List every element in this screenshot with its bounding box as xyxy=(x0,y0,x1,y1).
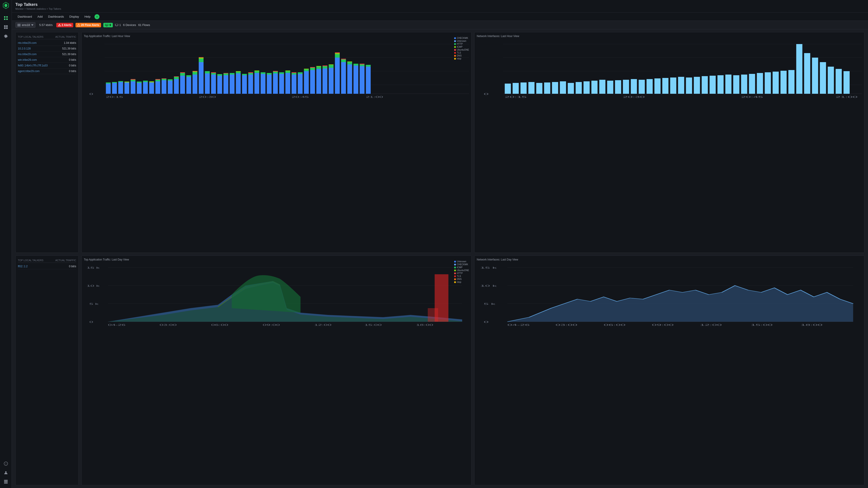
svg-rect-50 xyxy=(137,82,142,83)
svg-text:15 k: 15 k xyxy=(480,267,497,269)
svg-rect-136 xyxy=(335,53,340,54)
svg-rect-132 xyxy=(329,65,333,68)
svg-rect-43 xyxy=(118,81,123,82)
svg-rect-139 xyxy=(341,59,346,62)
talker-name[interactable]: 10.2.0.128 xyxy=(18,47,60,50)
nav-add[interactable]: Add xyxy=(35,13,45,20)
svg-rect-107 xyxy=(273,72,278,73)
svg-text:20:15: 20:15 xyxy=(505,96,527,98)
flow-alerts-button[interactable]: 20 Flow Alerts xyxy=(75,23,101,27)
svg-rect-166 xyxy=(536,83,542,94)
network-interfaces-hour-title: Network Interfaces: Last Hour View xyxy=(477,35,862,38)
svg-text:06:00: 06:00 xyxy=(604,324,626,326)
svg-rect-188 xyxy=(710,76,716,94)
svg-rect-62 xyxy=(168,79,173,80)
sidebar-item-settings[interactable] xyxy=(3,33,9,39)
app-logo[interactable] xyxy=(2,2,9,9)
talker-name[interactable]: ff02::1:2 xyxy=(18,265,67,268)
nav-dashboards[interactable]: Dashboards xyxy=(46,13,66,20)
talker-name[interactable]: fe80::14b4:c7ff:c7ff:1a33 xyxy=(18,64,67,67)
legend-item: TLS xyxy=(454,52,469,54)
svg-rect-93 xyxy=(236,71,241,72)
svg-rect-91 xyxy=(236,73,241,94)
legend-item: ICMP xyxy=(454,266,469,269)
sidebar: i xyxy=(0,0,12,488)
svg-text:18:00: 18:00 xyxy=(416,324,433,326)
svg-rect-80 xyxy=(205,71,210,73)
svg-rect-15 xyxy=(4,481,8,482)
svg-text:?: ? xyxy=(96,16,98,18)
devices-online-badge[interactable]: 9 xyxy=(103,23,113,27)
sidebar-item-info[interactable]: i xyxy=(3,460,9,467)
svg-rect-88 xyxy=(223,73,228,73)
svg-rect-118 xyxy=(298,72,303,74)
sidebar-item-grid[interactable] xyxy=(3,24,9,30)
talker-name[interactable]: nto.tribe29.com xyxy=(18,41,62,44)
svg-rect-138 xyxy=(341,62,346,94)
svg-rect-150 xyxy=(366,65,371,67)
svg-rect-114 xyxy=(291,74,296,94)
talker-name[interactable]: mo.tribe29.com xyxy=(18,53,60,56)
svg-rect-85 xyxy=(217,74,222,76)
svg-rect-130 xyxy=(322,66,327,66)
app-traffic-legend: CHECKMK Unknown HTTP ICMP UbuntuONE TLS … xyxy=(454,37,469,60)
svg-rect-119 xyxy=(304,71,309,94)
legend-label: HTTP xyxy=(457,43,463,45)
nav-dashboard[interactable]: Dashboard xyxy=(16,13,34,20)
legend-item: Unknown xyxy=(454,260,469,263)
svg-rect-163 xyxy=(513,83,519,94)
svg-rect-109 xyxy=(279,74,284,94)
app-traffic-day-title: Top Application Traffic: Last Day View xyxy=(84,258,469,261)
alerts-button[interactable]: 2 Alerts xyxy=(56,23,73,27)
svg-rect-122 xyxy=(310,70,315,94)
talker-value: 0 bit/s xyxy=(69,64,76,67)
talker-name[interactable]: agent.tribe29.com xyxy=(18,70,67,73)
interface-selector[interactable]: ens18 xyxy=(16,22,35,28)
svg-rect-56 xyxy=(155,80,160,81)
svg-rect-137 xyxy=(335,53,340,53)
svg-rect-126 xyxy=(316,67,321,69)
svg-text:20:15: 20:15 xyxy=(106,96,123,98)
table-row: ff02::1:2 0 bit/s xyxy=(18,264,76,269)
svg-text:0: 0 xyxy=(484,321,489,323)
svg-rect-200 xyxy=(804,53,810,94)
svg-rect-81 xyxy=(211,74,216,94)
nav-help[interactable]: Help xyxy=(82,13,93,20)
svg-rect-187 xyxy=(702,76,708,94)
svg-rect-29 xyxy=(115,24,118,26)
svg-rect-45 xyxy=(125,82,129,83)
sidebar-item-panel[interactable] xyxy=(3,479,9,485)
svg-point-28 xyxy=(106,24,107,25)
app-traffic-hour-title: Top Application Traffic: Last Hour View xyxy=(84,35,469,38)
app-traffic-day-panel: Top Application Traffic: Last Day View U… xyxy=(81,256,471,485)
svg-rect-189 xyxy=(717,75,723,94)
svg-rect-110 xyxy=(279,72,284,74)
talker-value: 0 bit/s xyxy=(69,265,76,268)
legend-label: TLS xyxy=(457,52,461,54)
svg-rect-140 xyxy=(341,59,346,59)
svg-rect-101 xyxy=(254,70,259,71)
svg-rect-142 xyxy=(347,62,352,64)
legend-label: ntop xyxy=(457,57,461,60)
talker-value: 0 bit/s xyxy=(69,58,76,61)
svg-rect-53 xyxy=(149,83,154,94)
svg-rect-141 xyxy=(347,64,352,94)
support-button[interactable]: ? xyxy=(94,14,99,19)
main-content: Top Talkers Monitor > Network statistics… xyxy=(12,0,868,488)
top-talkers-hour-panel: Top Local Talkers Actual Traffic nto.tri… xyxy=(16,32,79,253)
interface-name: ens18 xyxy=(22,23,30,27)
svg-rect-196 xyxy=(773,72,779,94)
legend-label: UbuntuONE xyxy=(457,48,469,51)
svg-rect-128 xyxy=(322,68,327,94)
sidebar-item-dashboard[interactable] xyxy=(3,15,9,21)
svg-rect-97 xyxy=(248,73,253,74)
svg-rect-83 xyxy=(211,72,216,73)
nav-display[interactable]: Display xyxy=(67,13,81,20)
sidebar-item-user[interactable] xyxy=(3,469,9,476)
svg-rect-204 xyxy=(836,69,842,94)
svg-rect-57 xyxy=(155,79,160,80)
svg-rect-46 xyxy=(131,81,135,94)
table-row: win.tribe29.com 0 bit/s xyxy=(18,57,76,63)
svg-rect-68 xyxy=(180,72,185,73)
talker-name[interactable]: win.tribe29.com xyxy=(18,58,67,61)
